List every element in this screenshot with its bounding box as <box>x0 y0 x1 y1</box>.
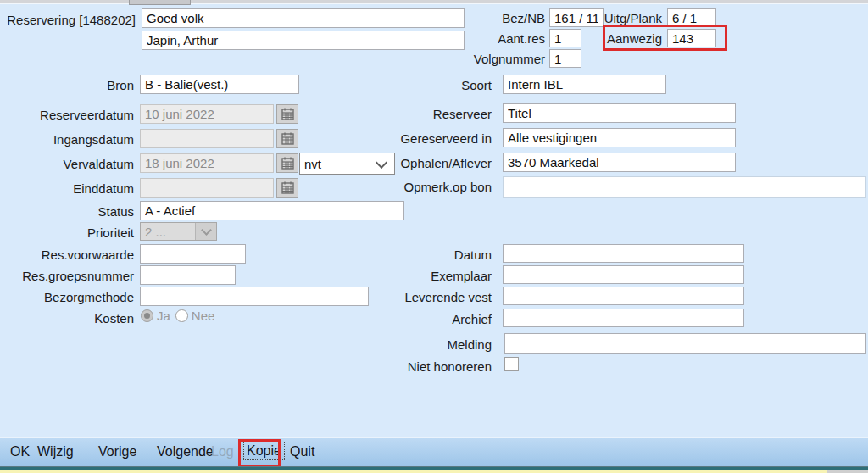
datum-field[interactable] <box>503 244 744 263</box>
reserveerdatum-label: Reserveerdatum <box>7 107 134 123</box>
vervaldatum-label: Vervaldatum <box>7 156 134 172</box>
calendar-icon <box>281 157 294 170</box>
menu-bar: OK Wijzig Vorige Volgende Log Kopie Quit <box>0 437 868 467</box>
reservation-window: Reservering [1488202] Bron Reserveerdatu… <box>0 0 868 473</box>
archief-label: Archief <box>390 311 492 327</box>
aant-res-label: Aant.res <box>477 31 545 47</box>
soort-label: Soort <box>390 77 492 93</box>
bez-nb-label: Bez/NB <box>477 10 545 26</box>
reserveerdatum-field <box>140 104 274 124</box>
ingangsdatum-calendar-button[interactable] <box>276 129 298 148</box>
bezorgmethode-label: Bezorgmethode <box>7 289 134 305</box>
chevron-down-icon <box>201 225 212 236</box>
einddatum-label: Einddatum <box>7 181 134 197</box>
prioriteit-dropdown: 2 ... <box>140 222 217 241</box>
status-field[interactable] <box>140 201 404 220</box>
menu-item-wijzig[interactable]: Wijzig <box>37 444 74 459</box>
vervaldatum-calendar-button[interactable] <box>276 153 298 173</box>
calendar-icon <box>281 181 294 194</box>
gereserveerd-in-field[interactable] <box>503 128 736 147</box>
bezorgmethode-field[interactable] <box>140 287 369 306</box>
leverende-vest-label: Leverende vest <box>390 289 492 305</box>
prioriteit-label: Prioriteit <box>7 225 134 241</box>
uitg-plank-label: Uitg/Plank <box>593 10 662 26</box>
einddatum-calendar-button[interactable] <box>276 178 298 198</box>
kosten-ja-radio <box>141 309 153 322</box>
vervaldatum-combo-value: nvt <box>304 157 321 171</box>
kosten-ja-label: Ja <box>157 309 170 323</box>
exemplaar-field[interactable] <box>503 265 744 284</box>
ingangsdatum-field <box>140 129 274 148</box>
reserveerdatum-calendar-button[interactable] <box>276 104 298 124</box>
res-voorwaarde-field[interactable] <box>140 244 246 264</box>
bron-field[interactable] <box>140 75 299 94</box>
dropdown-button <box>195 223 216 240</box>
top-strip <box>0 0 868 4</box>
niet-honoreren-label: Niet honoreren <box>390 359 492 375</box>
reserveer-field[interactable] <box>503 103 736 123</box>
leverende-vest-field[interactable] <box>503 287 744 305</box>
gereserveerd-in-label: Gereserveerd in <box>390 131 492 147</box>
opmerk-op-bon-field[interactable] <box>503 176 866 198</box>
bottom-strip-yellow <box>0 470 827 473</box>
exemplaar-label: Exemplaar <box>390 268 492 284</box>
aanwezig-field[interactable] <box>667 29 716 47</box>
res-groepsnummer-field[interactable] <box>140 265 236 285</box>
melding-label: Melding <box>390 337 492 353</box>
volgnummer-field[interactable] <box>549 49 581 68</box>
melding-field[interactable] <box>504 333 866 354</box>
res-voorwaarde-label: Res.voorwaarde <box>7 247 134 263</box>
uitg-plank-field[interactable] <box>667 8 716 27</box>
ophalen-aflever-field[interactable] <box>503 153 736 172</box>
res-groepsnummer-label: Res.groepsnummer <box>7 268 134 284</box>
soort-field[interactable] <box>503 75 666 94</box>
calendar-icon <box>281 108 294 120</box>
menu-item-vorige[interactable]: Vorige <box>98 444 136 459</box>
einddatum-field <box>140 178 274 198</box>
kosten-label: Kosten <box>7 310 134 326</box>
menu-item-log: Log <box>211 444 234 459</box>
volgnummer-label: Volgnummer <box>469 51 545 67</box>
kosten-radio-group: Ja Nee <box>141 309 214 323</box>
aanwezig-label: Aanwezig <box>593 31 662 47</box>
bron-label: Bron <box>7 77 134 93</box>
ingangsdatum-label: Ingangsdatum <box>7 131 134 147</box>
status-label: Status <box>7 203 134 220</box>
menu-item-ok[interactable]: OK <box>10 444 30 459</box>
archief-field[interactable] <box>503 309 744 327</box>
chevron-down-icon <box>376 156 387 168</box>
niet-honoreren-checkbox[interactable] <box>504 357 519 371</box>
calendar-icon <box>281 132 294 145</box>
reserveer-label: Reserveer <box>390 106 492 122</box>
menu-item-volgende[interactable]: Volgende <box>157 444 214 459</box>
menu-item-kopie[interactable]: Kopie <box>243 442 285 460</box>
bottom-strip-gray <box>827 470 868 473</box>
kosten-nee-label: Nee <box>192 309 215 323</box>
top-tab <box>129 0 191 5</box>
vervaldatum-field <box>140 153 274 173</box>
prioriteit-value: 2 ... <box>145 225 166 239</box>
aant-res-field[interactable] <box>549 29 581 47</box>
reservation-id-label: Reservering [1488202] <box>7 12 136 28</box>
opmerk-op-bon-label: Opmerk.op bon <box>390 179 492 195</box>
title-field[interactable] <box>142 8 465 28</box>
vervaldatum-combo[interactable]: nvt <box>299 153 395 175</box>
ophalen-aflever-label: Ophalen/Aflever <box>390 155 492 171</box>
author-field[interactable] <box>142 31 465 50</box>
datum-label: Datum <box>390 247 492 263</box>
kosten-nee-radio <box>175 309 188 322</box>
menu-item-quit[interactable]: Quit <box>290 444 314 459</box>
